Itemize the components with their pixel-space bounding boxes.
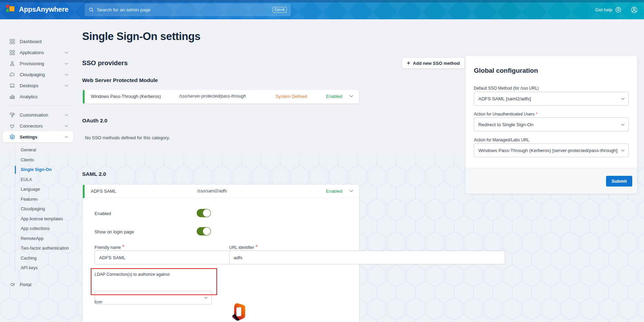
ldap-highlight-box — [91, 268, 217, 295]
adfs-saml-card: ADFS SAML /sso/saml2/adfs Enabled Enable… — [83, 185, 359, 322]
sidebar-item-desktops[interactable]: Desktops — [0, 80, 80, 91]
chevron-down-icon[interactable] — [349, 95, 353, 98]
applications-icon — [9, 50, 15, 56]
sso-row-windows-pass-through[interactable]: Windows Pass-Through (Kerberos) /sso/ser… — [83, 90, 359, 103]
subnav-item-cloudpaging[interactable]: Cloudpaging — [0, 204, 80, 214]
managed-labs-url-value: Windows Pass-Through (Kerberos) [server-… — [478, 148, 617, 153]
chevron-down-icon — [621, 123, 625, 126]
chevron-down-icon — [65, 51, 68, 54]
subnav-item-two-factor-authentication[interactable]: Two-factor authentication — [0, 243, 80, 253]
subnav-item-app-license-templates[interactable]: App license templates — [0, 214, 80, 224]
subnav-item-eula[interactable]: EULA — [0, 175, 80, 185]
required-marker: * — [122, 244, 124, 250]
managed-labs-url-label: Action for Managed/Labs URL — [474, 138, 529, 142]
sidebar-item-label: Desktops — [20, 83, 38, 88]
sidebar-item-label: Connectors — [20, 123, 42, 129]
subnav-label: RemoteApp — [21, 236, 43, 241]
sidebar-item-applications[interactable]: Applications — [0, 47, 80, 58]
chevron-down-icon[interactable] — [349, 190, 353, 192]
sidebar-item-analytics[interactable]: Analytics — [0, 91, 80, 102]
sidebar-navigation: Dashboard Applications Provisioning Clou… — [0, 19, 80, 290]
settings-subnav: General Clients Single Sign-On EULA Lang… — [0, 145, 80, 273]
sidebar-item-settings[interactable]: Settings — [3, 131, 73, 142]
sidebar-item-dashboard[interactable]: Dashboard — [0, 36, 80, 47]
status-badge: Enabled — [326, 189, 342, 194]
sidebar-item-label: Applications — [20, 50, 44, 55]
sidebar-item-label: Provisioning — [20, 61, 44, 66]
plug-icon — [9, 123, 15, 129]
show-on-login-label: Show on login page — [95, 229, 134, 234]
subnav-item-api-keys[interactable]: API keys — [0, 263, 80, 273]
top-navigation-bar: AppsAnywhere Ctrl+K Get help — [0, 0, 644, 19]
submit-button[interactable]: Submit — [606, 176, 632, 187]
enabled-label: Enabled — [95, 211, 111, 216]
global-configuration-footer: Submit — [466, 168, 637, 194]
portal-exit-icon — [9, 282, 15, 288]
subnav-item-app-collections[interactable]: App collections — [0, 224, 80, 234]
required-marker: * — [255, 244, 257, 250]
cloud-icon — [9, 72, 15, 78]
subnav-label: Single Sign-On — [21, 167, 52, 172]
toggle-knob — [203, 209, 211, 217]
managed-labs-url-select[interactable]: Windows Pass-Through (Kerberos) [server-… — [474, 143, 629, 157]
subnav-label: EULA — [21, 177, 32, 182]
enabled-toggle[interactable] — [197, 209, 211, 217]
subnav-item-clients[interactable]: Clients — [0, 155, 80, 165]
page-title: Single Sign-On settings — [82, 30, 201, 43]
laptop-icon — [9, 83, 15, 89]
group-heading-web-server: Web Server Protected Module — [82, 77, 158, 83]
subnav-label: Cloudpaging — [21, 207, 45, 211]
sidebar-divider — [6, 105, 75, 106]
sso-row-adfs-saml[interactable]: ADFS SAML /sso/saml2/adfs Enabled — [83, 185, 359, 198]
friendly-name-label: Friendly name — [95, 245, 121, 250]
sidebar-item-customisation[interactable]: Customisation — [0, 109, 80, 120]
get-help-label: Get help — [595, 7, 612, 12]
unauthenticated-users-select[interactable]: Redirect to Single Sign-On — [474, 118, 629, 131]
sidebar-item-portal[interactable]: Portal — [0, 279, 80, 290]
unauthenticated-users-label: Action for Unauthenticated Users* — [474, 112, 538, 117]
subnav-label: App license templates — [21, 217, 63, 221]
toggle-knob — [203, 228, 211, 235]
subnav-label: General — [21, 148, 36, 152]
subnav-item-features[interactable]: Features — [0, 194, 80, 204]
subnav-item-language[interactable]: Language — [0, 184, 80, 194]
subnav-label: App collections — [21, 226, 50, 231]
subnav-label: Features — [21, 197, 38, 202]
subnav-label: Two-factor authentication — [21, 246, 69, 251]
plus-icon: + — [407, 60, 410, 66]
sso-method-name: Windows Pass-Through (Kerberos) — [91, 94, 161, 99]
sidebar-item-provisioning[interactable]: Provisioning — [0, 58, 80, 69]
get-help-button[interactable]: Get help — [595, 7, 622, 13]
global-configuration-panel: Global configuration Default SSO Method … — [466, 56, 637, 194]
brand-name: AppsAnywhere — [19, 6, 68, 13]
sidebar-item-connectors[interactable]: Connectors — [0, 120, 80, 131]
brand-logo[interactable]: AppsAnywhere — [6, 4, 68, 14]
subnav-label: Caching — [21, 256, 37, 261]
add-sso-method-button[interactable]: + Add new SSO method — [402, 58, 465, 69]
subnav-item-caching[interactable]: Caching — [0, 253, 80, 263]
show-on-login-toggle[interactable] — [197, 227, 211, 235]
default-sso-method-select[interactable]: ADFS SAML [saml2/adfs] — [474, 92, 629, 105]
subnav-item-general[interactable]: General — [0, 145, 80, 155]
admin-search-box[interactable]: Ctrl+K — [85, 3, 291, 16]
unauthenticated-users-value: Redirect to Single Sign-On — [478, 122, 534, 127]
search-input[interactable] — [97, 7, 270, 12]
paint-roller-icon — [9, 112, 15, 118]
help-icon — [615, 7, 622, 13]
sidebar-item-cloudpaging[interactable]: Cloudpaging — [0, 69, 80, 80]
default-sso-method-value: ADFS SAML [saml2/adfs] — [478, 96, 531, 101]
group-heading-oauth: OAuth 2.0 — [82, 118, 107, 124]
chevron-down-icon — [65, 84, 68, 87]
sso-method-name: ADFS SAML — [91, 189, 116, 194]
url-identifier-input[interactable] — [229, 251, 505, 264]
sidebar-item-label: Dashboard — [20, 39, 42, 44]
gear-icon — [9, 134, 15, 140]
account-icon[interactable] — [631, 6, 638, 13]
label-text: Action for Unauthenticated Users — [474, 112, 535, 117]
subnav-item-remoteapp[interactable]: RemoteApp — [0, 234, 80, 244]
section-title: SSO providers — [82, 59, 128, 67]
shortcut-badge: Ctrl+K — [273, 7, 287, 13]
search-icon — [89, 7, 94, 12]
sso-method-path: /sso/saml2/adfs — [197, 189, 227, 193]
subnav-item-single-sign-on[interactable]: Single Sign-On — [0, 165, 80, 175]
